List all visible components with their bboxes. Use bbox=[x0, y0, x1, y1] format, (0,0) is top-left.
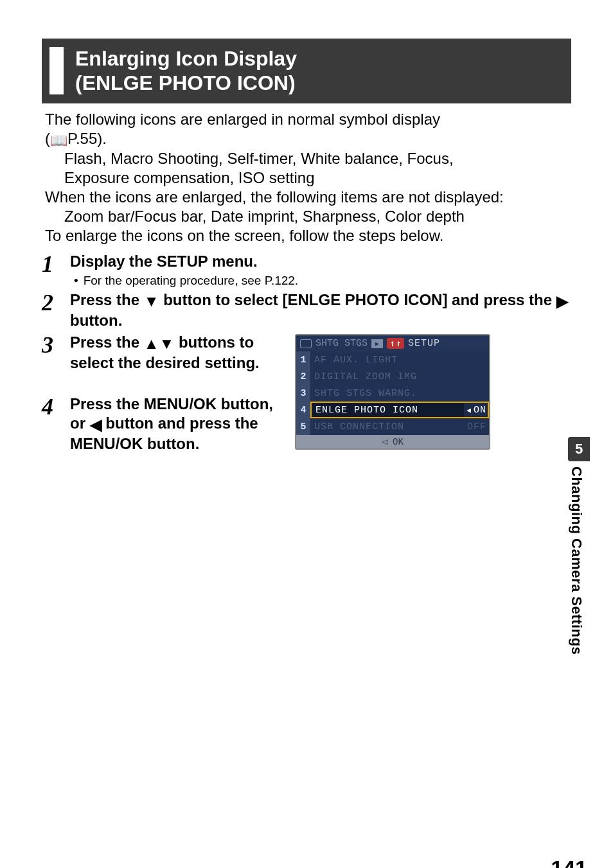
menu-row-3: 3SHTG STGS WARNG. bbox=[296, 385, 489, 402]
setup-tab-label: SETUP bbox=[408, 338, 440, 349]
step-3-title: Press the ▲▼ buttons to select the desir… bbox=[70, 333, 289, 373]
header-marker bbox=[49, 47, 64, 94]
reference-icon: 📖 bbox=[50, 132, 67, 150]
section-header: Enlarging Icon Display (ENLGE PHOTO ICON… bbox=[42, 39, 571, 103]
menu-row-1: 1AF AUX. LIGHT bbox=[296, 351, 489, 368]
menu-row-label: DIGITAL ZOOM IMG bbox=[310, 368, 489, 385]
menu-row-index: 1 bbox=[296, 351, 310, 368]
menu-row-value-off: OFF bbox=[467, 421, 486, 432]
menu-row-label: AF AUX. LIGHT bbox=[310, 351, 489, 368]
steps-list: 1 Display the SETUP menu. For the operat… bbox=[42, 252, 568, 454]
menu-row-4: 4ENLGE PHOTO ICON◀ ON bbox=[296, 402, 489, 418]
step-number-4: 4 bbox=[42, 395, 70, 418]
step-4: 4 Press the MENU/OK button, or ◀ button … bbox=[42, 394, 568, 454]
chapter-number: 5 bbox=[568, 437, 590, 461]
hidden-items-list: Zoom bar/Focus bar, Date imprint, Sharpn… bbox=[64, 207, 568, 226]
intro-text: The following icons are enlarged in norm… bbox=[45, 110, 568, 246]
shtg-stgs-tab: SHTG STGS bbox=[315, 338, 368, 349]
camera-tab-icon bbox=[300, 339, 312, 348]
menu-row-label: USB CONNECTIONOFF bbox=[310, 418, 489, 435]
camera-screenshot: SHTG STGS ▶ ↿↾ SETUP 1AF AUX. LIGHT2DIGI… bbox=[295, 334, 490, 450]
menu-row-label: SHTG STGS WARNG. bbox=[310, 385, 489, 402]
step-2-title: Press the ▼ button to select [ENLGE PHOT… bbox=[70, 290, 568, 330]
chapter-side-tab: 5 Changing Camera Settings bbox=[568, 437, 590, 655]
enlarged-icons-list-2: Exposure compensation, ISO setting bbox=[64, 168, 568, 188]
step-1: 1 Display the SETUP menu. For the operat… bbox=[42, 252, 568, 288]
menu-row-value-on: ◀ ON bbox=[464, 402, 489, 418]
step-number-1: 1 bbox=[42, 252, 70, 276]
down-triangle-icon: ▼ bbox=[144, 292, 159, 311]
page-number: 141 bbox=[551, 856, 587, 868]
step-4-title: Press the MENU/OK button, or ◀ button an… bbox=[70, 394, 289, 454]
left-triangle-icon: ◀ bbox=[90, 415, 102, 434]
up-triangle-icon: ▲ bbox=[144, 334, 159, 353]
step-number-2: 2 bbox=[42, 291, 70, 314]
step-2: 2 Press the ▼ button to select [ENLGE PH… bbox=[42, 290, 568, 330]
screenshot-tabs: SHTG STGS ▶ ↿↾ SETUP bbox=[296, 335, 489, 351]
chapter-title: Changing Camera Settings bbox=[568, 466, 585, 655]
right-triangle-icon: ▶ bbox=[556, 292, 568, 311]
step-1-title: Display the SETUP menu. bbox=[70, 252, 568, 271]
menu-row-2: 2DIGITAL ZOOM IMG bbox=[296, 368, 489, 385]
step-number-3: 3 bbox=[42, 333, 70, 357]
setup-tab-selected: ↿↾ bbox=[387, 338, 404, 349]
play-tab-icon: ▶ bbox=[371, 339, 383, 348]
down-triangle-icon-2: ▼ bbox=[159, 334, 175, 353]
menu-row-index: 2 bbox=[296, 368, 310, 385]
menu-row-5: 5USB CONNECTIONOFF bbox=[296, 418, 489, 435]
enlarged-icons-list-1: Flash, Macro Shooting, Self-timer, White… bbox=[64, 149, 568, 168]
step-1-note: For the operating procedure, see P.122. bbox=[70, 274, 568, 288]
menu-row-label: ENLGE PHOTO ICON◀ ON bbox=[310, 402, 489, 418]
section-title: Enlarging Icon Display (ENLGE PHOTO ICON… bbox=[75, 46, 297, 96]
